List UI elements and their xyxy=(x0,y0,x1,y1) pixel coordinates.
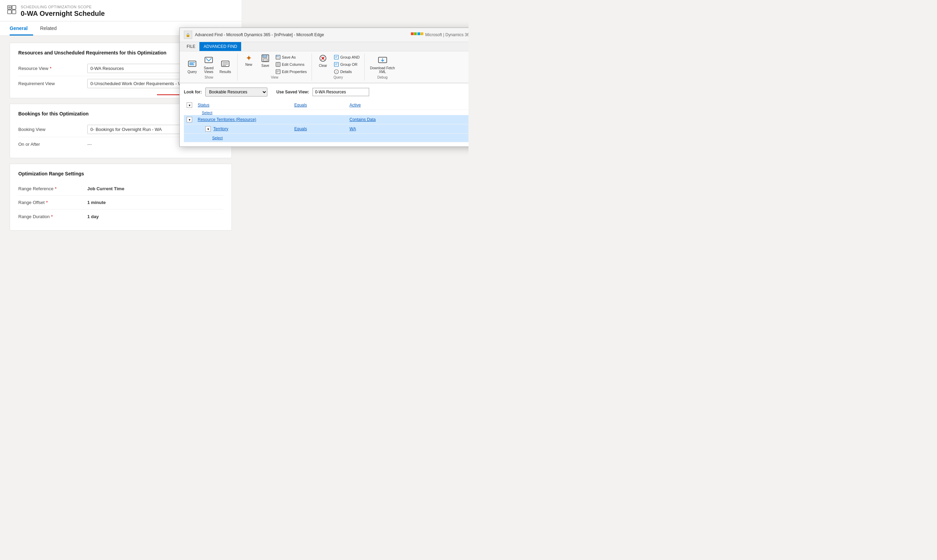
download-fetch-xml-button[interactable]: Download FetchXML xyxy=(368,56,397,75)
resource-view-label: Resource View* xyxy=(18,66,87,71)
status-operator-link[interactable]: Equals xyxy=(294,103,307,108)
results-button[interactable]: Results xyxy=(218,60,233,75)
range-offset-label: Range Offset* xyxy=(18,200,87,205)
lookfor-row: Look for: Bookable Resources Accounts Co… xyxy=(184,88,468,97)
results-button-label: Results xyxy=(219,70,231,74)
svg-rect-17 xyxy=(263,58,267,62)
saved-views-icon xyxy=(205,57,213,66)
range-reference-value: Job Current Time xyxy=(87,186,223,191)
save-button[interactable]: Save xyxy=(258,54,273,69)
svg-rect-0 xyxy=(8,6,11,9)
status-select-row: Select xyxy=(184,110,468,115)
ribbon-debug-buttons: Download FetchXML xyxy=(368,54,397,75)
range-duration-label: Range Duration* xyxy=(18,214,87,219)
territory-operator-link[interactable]: Equals xyxy=(294,126,307,131)
save-as-icon xyxy=(276,55,281,60)
edit-columns-button[interactable]: Edit Columns xyxy=(274,62,308,68)
resource-territories-field-link[interactable]: Resource Territories (Resource) xyxy=(198,117,256,122)
group-and-button[interactable]: Group AND xyxy=(333,54,361,60)
page-wrapper: SCHEDULING OPTIMIZATION SCOPE 0-WA Overn… xyxy=(0,0,468,280)
svg-rect-1 xyxy=(12,6,16,9)
edit-columns-label: Edit Columns xyxy=(282,62,304,66)
arrow-line xyxy=(157,94,181,95)
save-as-label: Save As xyxy=(282,55,296,59)
status-select-link[interactable]: Select xyxy=(202,111,213,115)
status-field-link[interactable]: Status xyxy=(198,103,209,108)
status-expand-button[interactable]: ▾ xyxy=(187,102,192,108)
new-button[interactable]: ✦ New xyxy=(241,54,256,68)
use-saved-view-label: Use Saved View: xyxy=(276,89,309,94)
ribbon-group-show-label: Show xyxy=(185,75,233,79)
query-icon xyxy=(188,61,196,69)
range-reference-row: Range Reference* Job Current Time xyxy=(18,182,223,196)
advanced-find-body: Look for: Bookable Resources Accounts Co… xyxy=(180,83,468,146)
ribbon-tab-advanced-find[interactable]: ADVANCED FIND xyxy=(199,42,241,51)
svg-rect-24 xyxy=(276,69,280,74)
scope-icon xyxy=(7,5,17,15)
clear-button[interactable]: Clear xyxy=(315,54,330,69)
group-and-label: Group AND xyxy=(340,55,360,59)
scope-type-label: SCHEDULING OPTIMIZATION SCOPE xyxy=(21,5,105,9)
query-button[interactable]: Query xyxy=(185,60,200,75)
status-value-link[interactable]: Active xyxy=(349,103,361,108)
group-or-icon xyxy=(334,62,339,67)
ribbon-group-debug-label: Debug xyxy=(368,75,397,79)
view-small-buttons: Save As Edit Columns Edit Properties xyxy=(274,54,308,75)
optimization-section: Optimization Range Settings Range Refere… xyxy=(10,164,232,231)
edit-properties-button[interactable]: Edit Properties xyxy=(274,69,308,75)
lookfor-select[interactable]: Bookable Resources Accounts Contacts xyxy=(205,88,267,97)
group-and-icon xyxy=(334,55,339,60)
svg-text:i: i xyxy=(336,70,337,74)
range-offset-value: 1 minute xyxy=(87,200,223,205)
ribbon-tab-file[interactable]: FILE xyxy=(182,42,199,51)
ribbon-group-query: Clear Group AND Group OR i xyxy=(312,54,365,81)
details-label: Details xyxy=(340,69,352,74)
save-icon xyxy=(261,54,269,63)
ms-branding: Microsoft | Dynamics 365 xyxy=(411,32,469,37)
saved-views-button[interactable]: SavedViews xyxy=(201,56,216,75)
territory-select-row: Select xyxy=(184,134,468,142)
lock-icon: 🔒 xyxy=(184,31,192,39)
advanced-find-window: 🔒 Advanced Find - Microsoft Dynamics 365… xyxy=(179,28,468,147)
tab-related[interactable]: Related xyxy=(40,22,62,35)
svg-rect-3 xyxy=(12,10,16,14)
ribbon-group-debug: Download FetchXML Debug xyxy=(365,54,400,81)
tab-general[interactable]: General xyxy=(10,22,33,35)
svg-rect-19 xyxy=(276,55,279,57)
ribbon-tabs: FILE ADVANCED FIND xyxy=(180,42,468,51)
territory-field-link[interactable]: Territory xyxy=(213,126,228,131)
page-title: 0-WA Overnight Schedule xyxy=(21,10,105,18)
download-icon xyxy=(378,57,387,66)
scope-header: SCHEDULING OPTIMIZATION SCOPE 0-WA Overn… xyxy=(0,0,241,21)
lookfor-label: Look for: xyxy=(184,89,202,94)
svg-rect-21 xyxy=(276,62,280,66)
window-titlebar: 🔒 Advanced Find - Microsoft Dynamics 365… xyxy=(180,28,468,42)
query-small-buttons: Group AND Group OR i Details xyxy=(333,54,361,75)
resource-territories-value-link[interactable]: Contains Data xyxy=(349,117,376,122)
filter-row-resource-territories: ▾ Resource Territories (Resource) Contai… xyxy=(184,115,468,125)
clear-icon xyxy=(319,54,327,63)
save-as-button[interactable]: Save As xyxy=(274,54,308,60)
saved-views-button-label: SavedViews xyxy=(204,66,213,74)
edit-properties-icon xyxy=(276,69,281,74)
use-saved-view-input[interactable] xyxy=(313,88,369,96)
group-or-button[interactable]: Group OR xyxy=(333,62,361,68)
details-button[interactable]: i Details xyxy=(333,69,361,75)
ribbon-content: Query SavedViews xyxy=(180,51,468,83)
query-button-label: Query xyxy=(187,70,197,74)
ms-logo-icon xyxy=(411,32,423,37)
results-icon xyxy=(221,61,229,69)
ribbon-group-view-label: View xyxy=(241,75,308,79)
edit-columns-icon xyxy=(276,62,281,67)
download-fetch-xml-label: Download FetchXML xyxy=(370,66,395,74)
ribbon-group-show: Query SavedViews xyxy=(182,54,238,81)
resource-territories-expand-button[interactable]: ▾ xyxy=(187,117,192,122)
territory-expand-button[interactable]: ▾ xyxy=(205,126,211,132)
territory-value-link[interactable]: WA xyxy=(349,126,356,131)
new-button-label: New xyxy=(245,63,252,66)
territory-select-link[interactable]: Select xyxy=(212,136,223,140)
svg-rect-33 xyxy=(334,62,338,66)
svg-rect-10 xyxy=(205,57,213,63)
lookfor-select-wrapper: Bookable Resources Accounts Contacts xyxy=(205,88,267,97)
svg-rect-20 xyxy=(277,57,279,59)
